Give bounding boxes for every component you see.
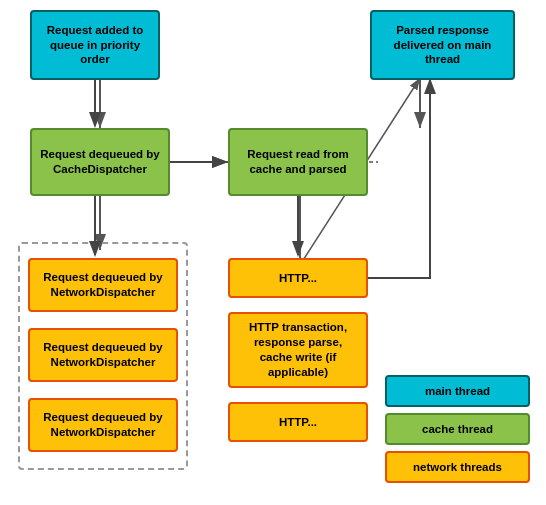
legend-main-thread: main thread xyxy=(385,375,530,407)
request-read-cache-box: Request read from cache and parsed xyxy=(228,128,368,196)
legend-network-threads: network threads xyxy=(385,451,530,483)
legend-cache-thread: cache thread xyxy=(385,413,530,445)
request-dequeued-network-1-box: Request dequeued by NetworkDispatcher xyxy=(28,258,178,312)
diagram: Request added to queue in priority order… xyxy=(0,0,546,505)
request-dequeued-network-2-box: Request dequeued by NetworkDispatcher xyxy=(28,328,178,382)
request-dequeued-cache-box: Request dequeued by CacheDispatcher xyxy=(30,128,170,196)
request-dequeued-network-3-box: Request dequeued by NetworkDispatcher xyxy=(28,398,178,452)
request-queue-box: Request added to queue in priority order xyxy=(30,10,160,80)
http-transaction-box: HTTP transaction, response parse, cache … xyxy=(228,312,368,388)
parsed-response-box: Parsed response delivered on main thread xyxy=(370,10,515,80)
http-top-box: HTTP... xyxy=(228,258,368,298)
http-bottom-box: HTTP... xyxy=(228,402,368,442)
